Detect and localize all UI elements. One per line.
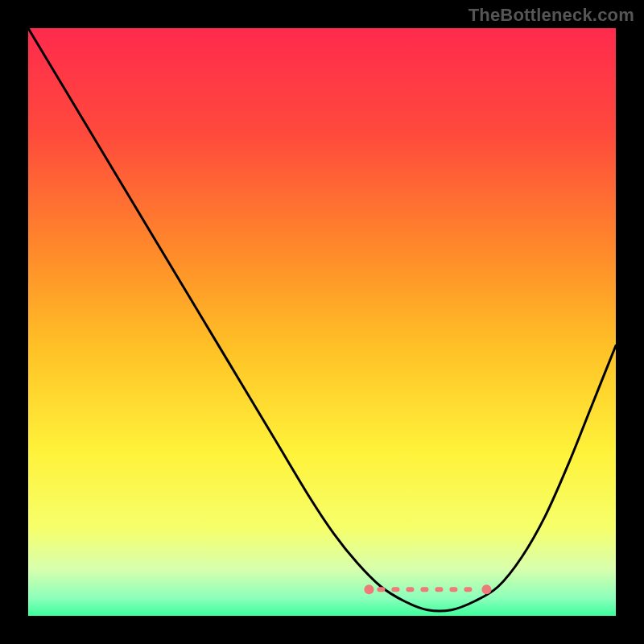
watermark-text: TheBottleneck.com [469,5,634,26]
svg-rect-8 [464,587,472,592]
svg-rect-4 [406,587,414,592]
svg-rect-3 [391,587,399,592]
chart-svg [0,0,644,644]
svg-rect-6 [435,587,443,592]
plot-gradient-background [28,28,616,616]
svg-point-1 [481,584,491,594]
svg-rect-2 [377,587,385,592]
svg-rect-5 [420,587,428,592]
svg-rect-7 [449,587,457,592]
svg-point-0 [364,584,374,594]
bottleneck-chart: TheBottleneck.com [0,0,644,644]
